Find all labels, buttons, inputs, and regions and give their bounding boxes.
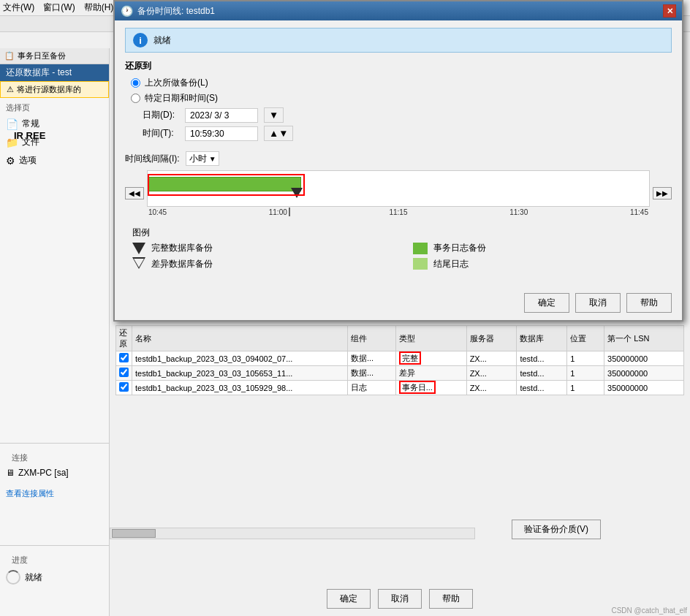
- progress-status: 就绪: [25, 571, 42, 584]
- restore-to-label: 还原到: [125, 60, 672, 72]
- table-row: testdb1_backup_2023_03_03_105929_98...日志…: [116, 381, 684, 395]
- connection-properties-link[interactable]: 查看连接属性: [6, 489, 54, 498]
- menu-file[interactable]: 文件(W): [3, 1, 34, 14]
- tick-0: 10:45: [148, 208, 167, 216]
- sidebar-item-general-label: 常规: [22, 118, 39, 130]
- row-lsn: 350000000: [604, 351, 684, 366]
- restore-to-section: 还原到 上次所做备份(L) 特定日期和时间(S) 日期(D): ▼ 时间(T):…: [125, 60, 672, 144]
- row-type: 差异: [395, 366, 466, 381]
- h-scrollbar[interactable]: [110, 528, 475, 539]
- radio-last-input[interactable]: [131, 78, 140, 88]
- sidebar-item-options[interactable]: ⚙ 选项: [0, 151, 109, 170]
- timeline-ruler: 10:45 11:00 11:15 11:30 11:45: [147, 208, 650, 216]
- col-restore: 还原: [116, 326, 132, 351]
- main-cancel-btn[interactable]: 取消: [378, 589, 422, 609]
- ir-ree-text: IR REE: [14, 130, 45, 141]
- warning-icon: ⚠: [7, 85, 14, 94]
- radio-last-backup: 上次所做备份(L): [131, 77, 672, 89]
- modal-title-text: 备份时间线: testdb1: [137, 5, 215, 18]
- row-checkbox-cell[interactable]: [116, 366, 132, 381]
- main-bottom-buttons: 确定 取消 帮助: [110, 589, 690, 609]
- connection-user: ZXM-PC [sa]: [18, 468, 69, 478]
- date-label: 日期(D):: [143, 109, 179, 121]
- row-checkbox-cell[interactable]: [116, 381, 132, 395]
- row-position: 1: [567, 381, 604, 395]
- row-database: testd...: [517, 351, 567, 366]
- legend-title: 图例: [132, 227, 672, 239]
- main-confirm-btn[interactable]: 确定: [327, 589, 371, 609]
- row-server: ZX...: [466, 351, 517, 366]
- selection-page-label: 选择页: [0, 98, 109, 115]
- row-checkbox-cell[interactable]: [116, 351, 132, 366]
- restore-db-titlebar: 还原数据库 - test: [0, 64, 109, 81]
- row-lsn: 350000000: [604, 381, 684, 395]
- modal-title-icon: 🕐: [121, 5, 133, 17]
- menu-window[interactable]: 窗口(W): [43, 1, 75, 14]
- table-row: testdb1_backup_2023_03_03_094002_07...数据…: [116, 351, 684, 366]
- row-component: 日志: [347, 381, 395, 395]
- radio-specific-label: 特定日期和时间(S): [145, 92, 218, 104]
- row-component: 数据...: [347, 366, 395, 381]
- scrollbar-thumb[interactable]: [112, 529, 156, 538]
- timeline-unit-select[interactable]: 小时: [186, 151, 219, 166]
- timeline-nav-left[interactable]: ◀◀: [125, 187, 144, 199]
- sidebar-tab-icon: 📋: [4, 51, 15, 61]
- legend-full-label: 完整数据库备份: [151, 242, 213, 254]
- col-name: 名称: [132, 326, 348, 351]
- col-server: 服务器: [466, 326, 517, 351]
- time-input[interactable]: [185, 126, 258, 141]
- modal-cancel-btn[interactable]: 取消: [575, 293, 621, 313]
- general-icon: 📄: [6, 118, 18, 130]
- legend-grid: 完整数据库备份 事务日志备份 差异数据库备份: [132, 242, 672, 270]
- row-server: ZX...: [466, 366, 517, 381]
- main-help-btn[interactable]: 帮助: [429, 589, 473, 609]
- radio-specific-input[interactable]: [131, 94, 140, 103]
- row-type: 完整: [395, 351, 466, 366]
- legend-log-icon: [413, 243, 428, 254]
- col-position: 位置: [567, 326, 604, 351]
- timeline-track[interactable]: [147, 170, 650, 207]
- date-picker-btn[interactable]: ▼: [264, 107, 284, 123]
- modal-confirm-btn[interactable]: 确定: [524, 293, 569, 313]
- time-picker-btn[interactable]: ▲▼: [264, 126, 293, 141]
- restore-db-label: 还原数据库 - test: [6, 67, 72, 77]
- modal-close-btn[interactable]: ✕: [663, 4, 676, 18]
- col-type: 类型: [395, 326, 466, 351]
- row-2-checkbox[interactable]: [119, 382, 129, 392]
- modal-titlebar: 🕐 备份时间线: testdb1 ✕: [115, 1, 682, 20]
- watermark: CSDN @catch_that_elf: [611, 607, 687, 615]
- sidebar-tab[interactable]: 📋 事务日至备份: [0, 48, 109, 64]
- validate-btn-area: 验证备份介质(V): [512, 520, 683, 539]
- row-0-checkbox[interactable]: [119, 353, 129, 362]
- timeline-cursor-line: [289, 208, 290, 216]
- row-name: testdb1_backup_2023_03_03_105653_11...: [132, 366, 348, 381]
- row-1-checkbox[interactable]: [119, 368, 129, 377]
- timeline-bar: [148, 177, 301, 191]
- progress-title: 进度: [6, 550, 104, 567]
- radio-specific-time: 特定日期和时间(S): [131, 92, 672, 104]
- tick-4: 11:45: [630, 208, 648, 216]
- col-lsn: 第一个 LSN: [604, 326, 684, 351]
- menu-help[interactable]: 帮助(H): [84, 1, 114, 14]
- col-component: 组件: [347, 326, 395, 351]
- tick-2: 11:15: [389, 208, 407, 216]
- modal-bottom-buttons: 确定 取消 帮助: [125, 287, 672, 313]
- date-input[interactable]: [185, 108, 258, 123]
- row-server: ZX...: [466, 381, 517, 395]
- sidebar: 📋 事务日至备份 还原数据库 - test ⚠ 将进行源数据库的 IR REE …: [0, 48, 110, 616]
- sidebar-tab-label: 事务日至备份: [18, 50, 66, 61]
- row-type: 事务日...: [395, 381, 466, 395]
- legend-full: 完整数据库备份: [132, 242, 391, 254]
- info-header: i 就绪: [125, 28, 672, 53]
- legend-diff-label: 差异数据库备份: [151, 258, 213, 270]
- timeline-select-wrap[interactable]: 小时: [186, 151, 219, 166]
- validate-btn[interactable]: 验证备份介质(V): [512, 520, 601, 539]
- timeline-label: 时间线间隔(I):: [125, 153, 180, 165]
- row-lsn: 350000000: [604, 366, 684, 381]
- timeline-container: ◀◀ 10:45 11:00 11:: [125, 170, 672, 216]
- modal-body: i 就绪 还原到 上次所做备份(L) 特定日期和时间(S) 日期(D): ▼ 时…: [115, 20, 682, 320]
- modal-help-btn[interactable]: 帮助: [626, 293, 672, 313]
- legend-full-icon: [132, 243, 145, 254]
- timeline-nav-right[interactable]: ▶▶: [653, 187, 672, 199]
- legend-section: 图例 完整数据库备份 事务日志备份 差异数: [125, 227, 672, 270]
